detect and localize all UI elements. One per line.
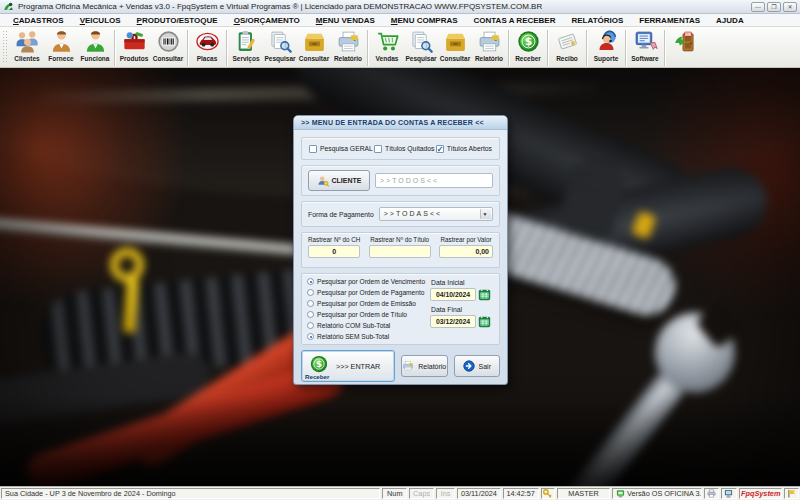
toolbar-label: Serviços bbox=[232, 55, 259, 62]
toolbar-button-funciona[interactable]: Funciona bbox=[79, 29, 111, 62]
status-printer-segment[interactable] bbox=[704, 488, 719, 499]
toolbar-label: Suporte bbox=[594, 55, 619, 62]
forma-pagamento-select[interactable]: >>TODAS<< ▼ bbox=[379, 207, 493, 221]
menu-vendas[interactable]: MENU VENDAS bbox=[308, 16, 383, 25]
checkbox-box[interactable] bbox=[374, 145, 382, 153]
toolbar-separator bbox=[664, 30, 665, 66]
data-inicial-input[interactable]: 04/10/2024 bbox=[430, 288, 476, 301]
minimize-button[interactable]: — bbox=[751, 2, 765, 12]
radio-relatorio-com-subtotal[interactable]: Relatório COM Sub-Total bbox=[307, 322, 430, 329]
radio-ordem-emissao[interactable]: Pesquisar por Ordem de Emissão bbox=[307, 300, 430, 307]
toolbar-button-relatorio-vendas[interactable]: Relatório bbox=[473, 29, 505, 62]
toolbar-button-suporte[interactable]: Suporte bbox=[590, 29, 622, 62]
checkbox-box[interactable] bbox=[309, 145, 317, 153]
toolbar-button-produtos[interactable]: Produtos bbox=[118, 29, 150, 62]
data-final-input[interactable]: 03/12/2024 bbox=[430, 315, 476, 328]
radio-dot[interactable] bbox=[307, 322, 314, 329]
toolbar-button-consultar-produtos[interactable]: Consultar bbox=[152, 29, 184, 62]
toolbar-label: Relatório bbox=[475, 55, 503, 62]
close-button[interactable]: ✕ bbox=[783, 2, 797, 12]
radio-ordem-vencimento[interactable]: Pesquisar por Ordem de Vencimento bbox=[307, 278, 430, 285]
checkbox-titulos-quitados[interactable]: Títulos Quitados bbox=[374, 145, 435, 153]
barcode-search-icon bbox=[156, 29, 181, 54]
sair-button[interactable]: Sair bbox=[454, 355, 501, 377]
toolbar-label: Funciona bbox=[81, 55, 110, 62]
status-key-segment bbox=[541, 488, 556, 499]
toolbar-button-receber[interactable]: Receber bbox=[512, 29, 544, 62]
menu-veiculos[interactable]: VEICULOS bbox=[72, 16, 129, 25]
toolbar-button-fornece[interactable]: Fornece bbox=[45, 29, 77, 62]
rastrear-titulo-input[interactable] bbox=[369, 245, 431, 258]
toolbar-button-clientes[interactable]: Clientes bbox=[11, 29, 43, 62]
toolbar-button-servicos[interactable]: Serviços bbox=[230, 29, 262, 62]
status-user: MASTER bbox=[557, 488, 610, 499]
toolbar-button-software[interactable]: Software bbox=[629, 29, 661, 62]
window-title: Programa Oficina Mecânica + Vendas v3.0 … bbox=[18, 2, 542, 11]
restore-button[interactable]: ❐ bbox=[767, 2, 781, 12]
menu-relatorios[interactable]: RELATÓRIOS bbox=[563, 16, 631, 25]
calendar-icon[interactable] bbox=[478, 288, 491, 301]
menu-compras[interactable]: MENU COMPRAS bbox=[383, 16, 466, 25]
status-brand: FpqSystem bbox=[739, 488, 782, 499]
menu-cadastros[interactable]: CADASTROS bbox=[5, 16, 72, 25]
entrar-button[interactable]: >>> ENTRAR Receber bbox=[301, 350, 395, 382]
radio-relatorio-sem-subtotal[interactable]: Relatório SEM Sub-Total bbox=[307, 333, 430, 340]
document-search-icon bbox=[268, 29, 293, 54]
toolbar-label: Fornece bbox=[48, 55, 73, 62]
toolbar-button-vendas[interactable]: Vendas bbox=[371, 29, 403, 62]
toolbar-button-exit[interactable] bbox=[668, 29, 700, 55]
toolbar-button-pesquisar-os[interactable]: Pesquisar bbox=[264, 29, 296, 62]
toolbar-separator bbox=[508, 30, 509, 66]
toolbar-label: Produtos bbox=[120, 55, 149, 62]
checkbox-pesquisa-geral[interactable]: Pesquisa GERAL bbox=[309, 145, 373, 153]
toolbar-button-pesquisar-vendas[interactable]: Pesquisar bbox=[405, 29, 437, 62]
rastrear-valor-input[interactable]: 0,00 bbox=[439, 245, 493, 258]
toolbar-separator bbox=[187, 30, 188, 66]
checkbox-label: Títulos Quitados bbox=[385, 145, 435, 152]
printer-report-icon bbox=[477, 29, 502, 54]
toolbar-button-consultar-vendas[interactable]: Consultar bbox=[439, 29, 471, 62]
cliente-input[interactable]: >>TODOS<< bbox=[375, 173, 493, 188]
menu-produto-estoque[interactable]: PRODUTO/ESTOQUE bbox=[129, 16, 226, 25]
chevron-down-icon[interactable]: ▼ bbox=[480, 209, 491, 219]
radio-label: Pesquisar por Ordem de Pagamento bbox=[317, 289, 424, 296]
radio-dot[interactable] bbox=[307, 278, 314, 285]
menu-os-orcamento[interactable]: OS/ORÇAMENTO bbox=[226, 16, 308, 25]
checkbox-box-checked[interactable]: ✓ bbox=[436, 145, 444, 153]
toolbar-button-relatorio-os[interactable]: Relatório bbox=[332, 29, 364, 62]
menu-ferramentas[interactable]: FERRAMENTAS bbox=[631, 16, 708, 25]
version-chip-icon bbox=[616, 489, 625, 498]
dialog-title: >> MENU DE ENTRADA DO CONTAS A RECEBER <… bbox=[294, 116, 507, 130]
menu-contas-receber[interactable]: CONTAS A RECEBER bbox=[466, 16, 564, 25]
status-date: 03/11/2024 bbox=[457, 488, 500, 499]
status-monitor-segment[interactable] bbox=[721, 488, 737, 499]
toolbar-label: Recibo bbox=[556, 55, 578, 62]
toolbar-label: Vendas bbox=[376, 55, 399, 62]
menu-ajuda[interactable]: AJUDA bbox=[708, 16, 752, 25]
rastrear-ch-input[interactable]: 0 bbox=[308, 245, 360, 258]
checkbox-titulos-abertos[interactable]: ✓ Títulos Abertos bbox=[436, 145, 492, 153]
dollar-coin-icon bbox=[516, 29, 541, 54]
radio-ordem-titulo[interactable]: Pesquisar por Ordem de Título bbox=[307, 311, 430, 318]
radio-dot[interactable] bbox=[307, 311, 314, 318]
contas-a-receber-dialog: >> MENU DE ENTRADA DO CONTAS A RECEBER <… bbox=[293, 115, 508, 385]
cliente-button[interactable]: CLIENTE bbox=[308, 170, 370, 191]
toolbar-separator bbox=[114, 30, 115, 66]
toolbar-button-consultar-os[interactable]: Consultar bbox=[298, 29, 330, 62]
radio-dot[interactable] bbox=[307, 300, 314, 307]
key-icon bbox=[543, 489, 552, 498]
toolbar-button-recibo[interactable]: Recibo bbox=[551, 29, 583, 62]
radio-dot[interactable] bbox=[307, 289, 314, 296]
drawer-icon bbox=[443, 29, 468, 54]
calendar-icon[interactable] bbox=[478, 315, 491, 328]
relatorio-button[interactable]: Relatório bbox=[401, 355, 448, 377]
radio-ordem-pagamento[interactable]: Pesquisar por Ordem de Pagamento bbox=[307, 289, 430, 296]
relatorio-label: Relatório bbox=[418, 363, 446, 370]
toolbar-separator bbox=[586, 30, 587, 66]
printer-icon bbox=[402, 360, 414, 372]
radio-dot[interactable] bbox=[307, 333, 314, 340]
cliente-button-label: CLIENTE bbox=[332, 177, 362, 184]
status-bar: Sua Cidade - UP 3 de Novembro de 2024 - … bbox=[0, 486, 800, 500]
status-time: 14:42:57 bbox=[503, 488, 539, 499]
toolbar-button-placas[interactable]: Placas bbox=[191, 29, 223, 62]
